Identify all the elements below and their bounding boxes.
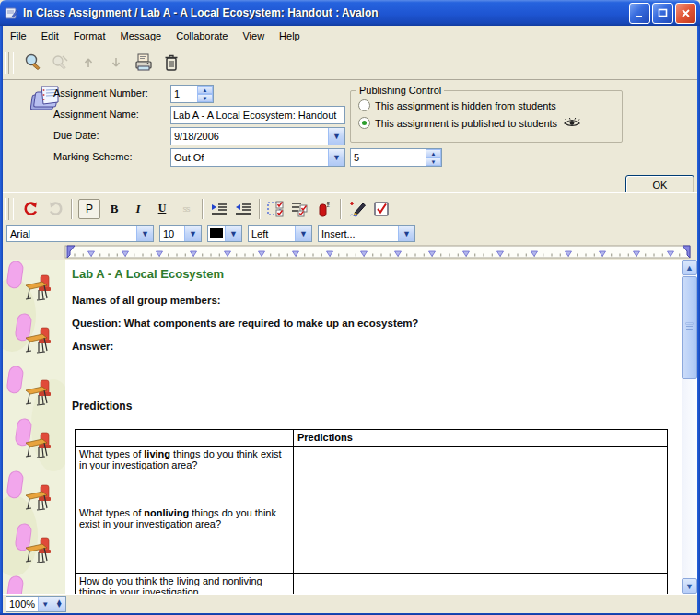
table-row: How do you think the living and nonlivin…: [76, 574, 668, 595]
font-family-combo[interactable]: Arial ▼: [6, 225, 154, 242]
scrollbar-thumb[interactable]: [682, 276, 697, 379]
answer-cell[interactable]: [294, 447, 668, 505]
menu-help[interactable]: Help: [272, 28, 308, 44]
indent-icon[interactable]: [209, 199, 229, 219]
maximize-button[interactable]: [652, 3, 673, 24]
title-bar[interactable]: In Class Assignment / Lab A - A Local Ec…: [0, 0, 700, 26]
table-row: What types of living things do you think…: [76, 447, 668, 505]
answer-cell[interactable]: [294, 505, 668, 574]
chevron-down-icon[interactable]: ▼: [184, 226, 201, 241]
outdent-icon[interactable]: [233, 199, 253, 219]
checkbox-icon[interactable]: [371, 199, 391, 219]
zoom-control[interactable]: 100% ▼ ▲▼: [6, 596, 66, 612]
font-toolbar: Arial ▼ 10 ▼ ▼ Left ▼ Insert... ▼: [3, 223, 697, 244]
main-toolbar: [3, 46, 697, 79]
stepper-arrows[interactable]: ▲▼: [426, 149, 441, 166]
menu-message[interactable]: Message: [113, 28, 169, 44]
assignment-name-input[interactable]: [171, 110, 344, 121]
document-heading: Lab A - A Local Ecosystem: [72, 267, 224, 281]
marking-points-stepper[interactable]: 5 ▲▼: [350, 148, 442, 167]
menu-format[interactable]: Format: [66, 28, 113, 44]
annotate-pencil-icon[interactable]: [347, 199, 368, 219]
status-bar: 100% ▼ ▲▼: [3, 594, 697, 613]
document-paragraph: Answer:: [72, 341, 113, 352]
chevron-down-icon[interactable]: ▼: [328, 149, 344, 166]
publishing-control-group: Publishing Control This assignment is hi…: [350, 90, 623, 143]
predictions-table: Predictions What types of living things …: [75, 429, 668, 594]
previous-icon-disabled: [76, 51, 100, 75]
close-button[interactable]: [675, 3, 696, 24]
marking-scheme-label: Marking Scheme:: [53, 151, 133, 162]
menu-collaborate[interactable]: Collaborate: [169, 28, 235, 44]
delete-trash-icon[interactable]: [159, 51, 183, 75]
minimize-button[interactable]: [629, 3, 650, 24]
color-swatch: [210, 228, 223, 238]
zoom-value: 100%: [6, 598, 38, 609]
chevron-down-icon[interactable]: ▼: [38, 597, 52, 611]
insert-combo[interactable]: Insert... ▼: [318, 225, 415, 242]
toolbar-grip[interactable]: [13, 198, 18, 220]
radio-icon-selected[interactable]: [358, 117, 370, 129]
zoom-stepper[interactable]: ▲▼: [52, 597, 65, 611]
bold-button[interactable]: B: [104, 199, 124, 219]
marking-scheme-combo[interactable]: Out Of ▼: [170, 148, 345, 167]
multiple-choice-icon[interactable]: [266, 199, 286, 219]
document-content[interactable]: Lab A - A Local Ecosystem Names of all g…: [65, 260, 682, 594]
redo-icon-disabled: [45, 199, 65, 219]
stepper-arrows[interactable]: ▲▼: [197, 86, 213, 102]
menu-view[interactable]: View: [235, 28, 272, 44]
stationery-margin-decoration: [3, 260, 65, 594]
menu-file[interactable]: File: [3, 28, 34, 44]
undo-icon[interactable]: [21, 199, 41, 219]
document-editor[interactable]: Lab A - A Local Ecosystem Names of all g…: [3, 260, 697, 594]
zoom-icon[interactable]: [21, 51, 45, 75]
format-toolbar: P B I U ss 2: [3, 192, 697, 224]
strikethrough-icon-disabled: ss: [176, 199, 196, 219]
chevron-down-icon[interactable]: ▼: [398, 226, 414, 241]
svg-text:2: 2: [327, 203, 331, 208]
find-edit-icon-disabled: [49, 51, 73, 75]
divider: [340, 199, 342, 219]
divider: [202, 199, 204, 219]
assignment-name-label: Assignment Name:: [53, 109, 139, 120]
chevron-down-icon[interactable]: ▼: [328, 128, 344, 145]
auto-number-icon[interactable]: 2: [314, 199, 334, 219]
scroll-down-icon[interactable]: ▼: [682, 578, 697, 594]
chevron-down-icon[interactable]: ▼: [295, 226, 311, 241]
due-date-combo[interactable]: 9/18/2006 ▼: [170, 127, 345, 145]
font-color-combo[interactable]: ▼: [207, 225, 242, 242]
toolbar-grip[interactable]: [5, 52, 9, 74]
answer-cell[interactable]: [294, 574, 668, 595]
chevron-down-icon[interactable]: ▼: [136, 226, 153, 241]
italic-button[interactable]: I: [128, 199, 148, 219]
next-icon-disabled: [104, 51, 128, 75]
assignment-form: Assignment Number: 1 ▲▼ Assignment Name:…: [3, 80, 697, 191]
due-date-label: Due Date:: [53, 130, 99, 141]
toolbar-grip[interactable]: [5, 198, 9, 220]
assignment-name-field[interactable]: [170, 106, 345, 124]
assignment-number-stepper[interactable]: 1 ▲▼: [170, 85, 214, 103]
menu-bar: File Edit Format Message Collaborate Vie…: [3, 26, 697, 47]
underline-button[interactable]: U: [152, 199, 172, 219]
header-cell-empty: [76, 430, 294, 447]
radio-hidden-option[interactable]: This assignment is hidden from students: [358, 99, 556, 111]
ruler[interactable]: [3, 244, 697, 260]
assignment-number-label: Assignment Number:: [53, 87, 148, 99]
vertical-scrollbar[interactable]: ▲ ▼: [682, 260, 697, 594]
menu-edit[interactable]: Edit: [34, 28, 66, 44]
radio-published-option[interactable]: This assignment is published to students: [358, 117, 581, 129]
window-title: In Class Assignment / Lab A - A Local Ec…: [23, 6, 627, 19]
toolbar-grip[interactable]: [13, 52, 18, 74]
checklist-icon[interactable]: [290, 199, 310, 219]
alignment-combo[interactable]: Left ▼: [248, 225, 312, 242]
eye-icon: [563, 117, 581, 129]
chevron-down-icon[interactable]: ▼: [225, 226, 241, 241]
radio-icon-unselected[interactable]: [358, 99, 370, 111]
table-row: What types of nonliving things do you th…: [76, 505, 668, 574]
scroll-up-icon[interactable]: ▲: [682, 260, 697, 275]
table-header-row: Predictions: [76, 430, 668, 447]
section-heading: Predictions: [72, 400, 132, 412]
paragraph-style-button[interactable]: P: [78, 199, 100, 219]
font-size-combo[interactable]: 10 ▼: [159, 225, 202, 242]
print-icon[interactable]: [132, 51, 156, 75]
